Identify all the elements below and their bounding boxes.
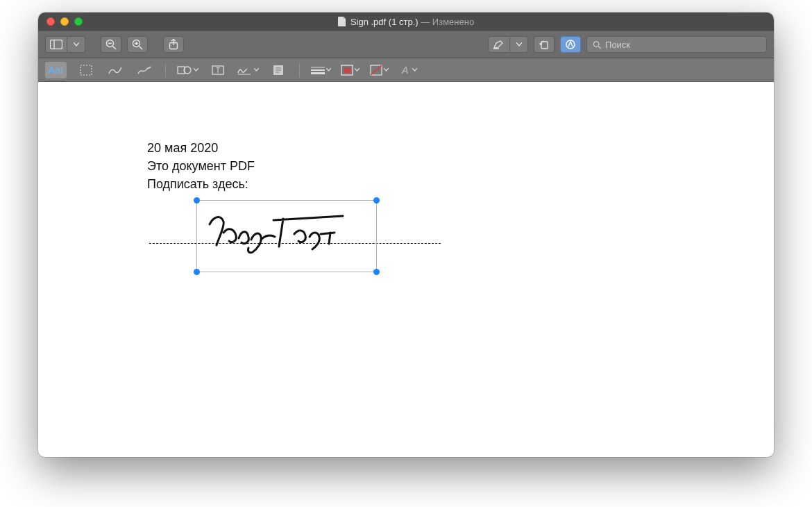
markup-toggle-button[interactable] (560, 36, 581, 53)
sketch-icon (108, 65, 122, 76)
markup-toolbar: AaI T (38, 58, 774, 82)
window-title: Sign .pdf (1 стр.) — Изменено (38, 17, 774, 27)
border-color-tool[interactable] (341, 62, 360, 78)
note-icon (273, 65, 284, 76)
svg-line-32 (371, 65, 382, 75)
text-style-icon: A (400, 65, 411, 76)
zoom-in-icon (132, 39, 143, 50)
doc-line-2: Это документ PDF (147, 157, 255, 175)
close-button[interactable] (46, 17, 55, 26)
sign-tool[interactable] (237, 62, 259, 78)
line-style-tool[interactable] (311, 62, 331, 78)
search-field[interactable] (586, 36, 767, 53)
signature-graphic (204, 209, 371, 259)
document-text-block: 20 мая 2020 Это документ PDF Подписать з… (147, 139, 255, 193)
sidebar-toggle-button[interactable] (45, 36, 67, 53)
signature-selection-box[interactable] (196, 200, 377, 272)
resize-handle-top-right[interactable] (373, 197, 380, 203)
draw-tool[interactable] (135, 62, 154, 78)
rotate-icon (539, 40, 550, 49)
doc-line-1: 20 мая 2020 (147, 139, 255, 157)
svg-line-15 (598, 46, 600, 48)
svg-rect-0 (51, 40, 62, 49)
text-style-tool[interactable]: A (399, 62, 418, 78)
zoom-button[interactable] (74, 17, 83, 26)
svg-rect-12 (541, 42, 548, 49)
chevron-down-icon (384, 68, 389, 72)
rect-select-tool[interactable] (76, 62, 96, 78)
titlebar: Sign .pdf (1 стр.) — Изменено (38, 13, 774, 31)
share-icon (169, 39, 178, 50)
svg-point-14 (593, 41, 598, 46)
chevron-down-icon (326, 68, 331, 72)
line-style-icon (311, 66, 325, 74)
zoom-out-icon (105, 39, 117, 50)
search-input[interactable] (605, 40, 761, 50)
separator (165, 63, 166, 77)
draw-icon (137, 65, 151, 76)
svg-rect-30 (344, 67, 350, 73)
fill-color-icon (370, 65, 382, 76)
minimize-button[interactable] (60, 17, 69, 26)
highlight-button[interactable] (488, 36, 510, 53)
svg-text:T: T (215, 67, 219, 74)
chevron-down-icon (74, 42, 79, 47)
doc-line-3: Подписать здесь: (147, 175, 255, 193)
text-tool-label: AaI (48, 64, 64, 76)
title-suffix: — Изменено (418, 17, 475, 27)
resize-handle-top-left[interactable] (194, 197, 200, 203)
resize-handle-bottom-right[interactable] (373, 269, 380, 275)
highlight-icon (493, 40, 505, 49)
app-window: Sign .pdf (1 стр.) — Изменено (38, 13, 774, 457)
svg-line-3 (113, 47, 117, 50)
document-viewport[interactable]: 20 мая 2020 Это документ PDF Подписать з… (38, 82, 774, 457)
separator (299, 63, 300, 77)
sidebar-dropdown-button[interactable] (67, 36, 85, 53)
document-icon (338, 17, 346, 26)
border-color-icon (341, 65, 353, 76)
text-tool[interactable]: AaI (45, 62, 67, 78)
chevron-down-icon (194, 68, 198, 72)
sketch-tool[interactable] (105, 62, 125, 78)
primary-toolbar (38, 31, 774, 58)
svg-rect-16 (81, 65, 92, 75)
svg-text:A: A (401, 65, 408, 76)
svg-line-6 (139, 47, 143, 50)
markup-icon (565, 39, 576, 50)
note-tool[interactable] (269, 62, 288, 78)
highlight-dropdown-button[interactable] (510, 36, 528, 53)
rotate-button[interactable] (534, 36, 555, 53)
chevron-down-icon (254, 68, 259, 72)
zoom-out-button[interactable] (101, 36, 121, 53)
chevron-down-icon (355, 68, 360, 72)
chevron-down-icon (412, 68, 417, 72)
zoom-in-button[interactable] (127, 36, 148, 53)
title-main: Sign .pdf (1 стр.) (350, 17, 418, 27)
fill-color-tool[interactable] (370, 62, 389, 78)
shapes-tool[interactable] (177, 62, 198, 78)
selection-icon (80, 65, 92, 76)
window-controls (38, 17, 83, 26)
share-button[interactable] (163, 36, 184, 53)
sign-icon (237, 65, 253, 76)
textbox-tool[interactable]: T (208, 62, 228, 78)
chevron-down-icon (516, 42, 522, 47)
search-icon (593, 40, 601, 49)
shapes-icon (177, 65, 192, 76)
pdf-page: 20 мая 2020 Это документ PDF Подписать з… (38, 82, 774, 457)
resize-handle-bottom-left[interactable] (194, 269, 200, 275)
textbox-icon: T (212, 65, 224, 76)
